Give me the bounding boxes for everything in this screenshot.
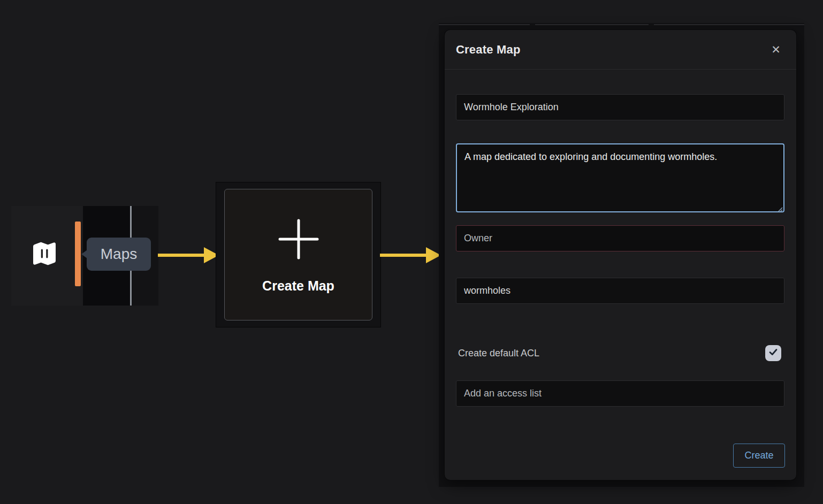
dialog-header: Create Map ✕ [445,30,796,70]
plus-icon [278,210,319,269]
background-ui-gap [649,23,654,26]
maps-tooltip: Maps [87,238,151,271]
arrow-right-icon [379,245,442,266]
tag-input[interactable] [456,278,784,304]
acl-checkbox[interactable] [765,345,781,361]
owner-input[interactable] [456,225,784,251]
background-ui-edge [439,24,804,25]
maps-tooltip-label: Maps [101,246,137,263]
create-button[interactable]: Create [733,444,785,468]
dialog-title: Create Map [456,43,521,57]
active-nav-indicator [75,222,81,286]
acl-label: Create default ACL [458,348,539,359]
flow-arrow-1 [157,245,220,268]
resize-handle-icon[interactable] [777,205,783,211]
map-name-input[interactable] [456,94,784,120]
create-map-card-container: Create Map [216,182,381,327]
background-ui-gap [530,23,535,26]
flow-arrow-2 [379,245,442,268]
create-map-dialog: Create Map ✕ A map dedicated to explorin… [445,30,796,480]
create-map-card-label: Create Map [262,278,334,294]
arrow-right-icon [157,245,220,266]
close-icon: ✕ [771,43,781,56]
create-map-card[interactable]: Create Map [224,189,372,320]
check-icon [768,347,779,360]
create-map-dialog-snippet: Create Map ✕ A map dedicated to explorin… [439,23,804,487]
maps-nav-button[interactable] [31,238,58,271]
page: { "flow": { "sidebar": { "tooltip_label"… [0,0,823,504]
access-list-input[interactable] [456,380,784,407]
map-icon [31,238,58,272]
maps-nav-snippet: Maps [11,206,158,306]
close-button[interactable]: ✕ [768,42,783,57]
map-description-textarea[interactable]: A map dedicated to exploring and documen… [456,143,784,212]
